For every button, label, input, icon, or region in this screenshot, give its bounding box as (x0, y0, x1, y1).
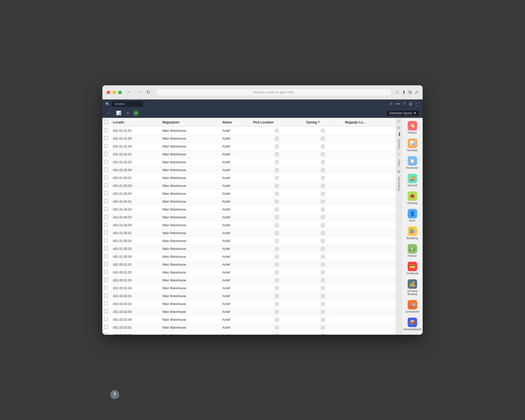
col-locatie[interactable]: Locatie ↑ (110, 118, 160, 127)
preferences-label[interactable]: Preferences (397, 175, 401, 192)
table-row[interactable]: A01.03.02.03Main WarehouseActief✓✓ (102, 308, 396, 316)
sidebar-item-klant[interactable]: 👤Klant (403, 207, 422, 224)
table-row[interactable]: A01.01.03.03Main WarehouseActief✓✓ (102, 182, 396, 190)
menu-icon[interactable]: ≡ (390, 102, 392, 106)
select-all-header[interactable] (102, 118, 110, 127)
row-checkbox[interactable] (104, 191, 108, 195)
user-icon[interactable]: ⬚ (416, 102, 419, 107)
col-pick-location[interactable]: Pick Location (250, 118, 304, 127)
row-checkbox[interactable] (104, 294, 108, 297)
table-row[interactable]: A01.03.01.01Main WarehouseActief✓✓ (102, 261, 396, 269)
bar-chart-icon[interactable]: ▐ (397, 131, 401, 137)
table-row[interactable]: A01.01.01.04Main WarehouseActief✓✓ (102, 143, 396, 150)
gear-icon[interactable]: ⚙ (396, 169, 401, 175)
back-button[interactable]: ← (125, 89, 133, 96)
maximize-button[interactable] (118, 91, 122, 94)
sidebar-item-leverancier[interactable]: 🏭Leverancier (403, 298, 422, 316)
table-row[interactable]: A01.03.02.04Main WarehouseActief✓✓ (102, 316, 396, 324)
minimize-button[interactable] (112, 91, 116, 94)
tabs-icon[interactable]: ⧉ (408, 90, 412, 95)
list-button[interactable]: ≡ (125, 110, 130, 117)
row-checkbox[interactable] (104, 254, 108, 258)
col-opslag[interactable]: Opslag ? (304, 118, 342, 127)
filter-icon[interactable]: ▽ (397, 151, 401, 157)
row-checkbox[interactable] (104, 160, 108, 164)
search-box[interactable]: Zoeken (112, 101, 143, 107)
address-bar[interactable]: Search in web or type URL (155, 88, 392, 96)
forward-button[interactable]: → (135, 89, 143, 96)
row-checkbox[interactable] (104, 246, 108, 250)
expand-icon[interactable]: ⤢ (414, 90, 418, 95)
row-checkbox[interactable] (104, 152, 108, 156)
row-checkbox[interactable] (104, 168, 108, 171)
sidebar-item-product[interactable]: 🏷️Product (403, 119, 422, 136)
col-magazijn-lo[interactable]: Magazijn Lo... (342, 118, 396, 127)
help-icon[interactable]: ? (403, 102, 406, 106)
row-checkbox[interactable] (104, 278, 108, 282)
table-row[interactable]: A01.03.02.02Main WarehouseActief✓✓ (102, 300, 396, 308)
help-button[interactable]: ? (110, 390, 119, 399)
row-checkbox[interactable] (104, 144, 108, 148)
table-row[interactable]: A01.01.01.03Main WarehouseActief✓✓ (102, 135, 396, 143)
row-checkbox[interactable] (104, 215, 108, 219)
bookmark-icon[interactable]: ☆ (395, 90, 399, 95)
row-checkbox[interactable] (104, 286, 108, 290)
row-checkbox[interactable] (104, 239, 108, 242)
row-checkbox[interactable] (104, 309, 108, 313)
table-row[interactable]: A01.01.03.04Main WarehouseActief✓✓ (102, 190, 396, 198)
row-checkbox[interactable] (104, 183, 108, 187)
table-row[interactable]: A01.03.03.02Main WarehouseActief✓✓ (102, 332, 396, 335)
dots-icon[interactable]: ••• (396, 102, 400, 106)
row-checkbox[interactable] (104, 199, 108, 203)
table-row[interactable]: A01.01.02.02Main WarehouseActief✓✓ (102, 158, 396, 166)
table-row[interactable]: A01.01.02.04Main WarehouseActief✓✓ (102, 166, 396, 174)
chart-button[interactable]: 📊 (115, 109, 122, 117)
row-checkbox[interactable] (104, 302, 108, 305)
sidebar-item-omvang-betaling[interactable]: 💰Omvang Betaling (403, 277, 422, 298)
row-checkbox[interactable] (104, 231, 108, 234)
table-row[interactable]: A01.03.01.03Main WarehouseActief✓✓ (102, 276, 396, 284)
table-row[interactable]: A01.01.04.01Main WarehouseActief✓✓ (102, 198, 396, 206)
close-button[interactable] (107, 91, 110, 94)
sidebar-item-inkoopopdracht[interactable]: 📦Inkoopopdracht (403, 316, 422, 333)
table-row[interactable]: A01.03.01.02Main WarehouseActief✓✓ (102, 269, 396, 276)
row-checkbox[interactable] (104, 223, 108, 227)
table-row[interactable]: A01.03.01.04Main WarehouseActief✓✓ (102, 284, 396, 292)
row-checkbox[interactable] (104, 207, 108, 211)
filters-label[interactable]: Filters (397, 158, 401, 168)
select-all-checkbox[interactable] (104, 120, 108, 124)
row-checkbox[interactable] (104, 317, 108, 321)
table-row[interactable]: A01.01.03.01Main WarehouseActief✓✓ (102, 174, 396, 182)
table-row[interactable]: A01.03.03.01Main WarehouseActief✓✓ (102, 324, 396, 332)
row-checkbox[interactable] (104, 333, 108, 335)
refresh-button[interactable]: ↻ (145, 89, 152, 96)
col-magazijnen[interactable]: Magazijnen (160, 118, 220, 127)
row-checkbox[interactable] (104, 176, 108, 179)
share-icon[interactable]: ⬆ (402, 90, 406, 95)
settings-icon[interactable]: ⚙ (409, 102, 412, 107)
sidebar-item-bestelling[interactable]: 🛍️Bestelling (403, 224, 422, 242)
table-row[interactable]: A01.01.04.03Main WarehouseActief✓✓ (102, 213, 396, 221)
row-checkbox[interactable] (104, 128, 108, 132)
sidebar-item-creditnota[interactable]: 💳Creditnota (403, 260, 422, 277)
sidebar-item-ontvang[interactable]: 📥Ontvang (403, 189, 422, 207)
sidebar-item-verzend[interactable]: 🚚Verzend (403, 172, 422, 189)
table-row[interactable]: A01.01.04.02Main WarehouseActief✓✓ (102, 206, 396, 213)
table-row[interactable]: A01.03.02.01Main WarehouseActief✓✓ (102, 292, 396, 300)
table-row[interactable]: A01.01.04.04Main WarehouseActief✓✓ (102, 221, 396, 229)
add-button[interactable]: + (133, 110, 139, 116)
col-status[interactable]: Status (220, 118, 250, 127)
row-checkbox[interactable] (104, 262, 108, 266)
back-nav-button[interactable]: ← (106, 110, 112, 117)
table-container[interactable]: Locatie ↑ Magazijnen Status (102, 118, 396, 335)
table-row[interactable]: A01.01.05.03Main WarehouseActief✓✓ (102, 245, 396, 253)
table-row[interactable]: A01.01.01.01Main WarehouseActief✓✓ (102, 127, 396, 135)
layout-select[interactable]: Selecteer layout ▼ (386, 110, 419, 116)
table-row[interactable]: A01.01.02.01Main WarehouseActief✓✓ (102, 150, 396, 158)
table-row[interactable]: A01.01.05.04Main WarehouseActief✓✓ (102, 253, 396, 261)
table-row[interactable]: A01.01.05.01Main WarehouseActief✓✓ (102, 229, 396, 237)
sidebar-item-home[interactable]: 🏠Home (403, 333, 422, 335)
sidebar-item-factuur[interactable]: 💵Factuur (403, 242, 422, 260)
row-checkbox[interactable] (104, 136, 108, 140)
row-checkbox[interactable] (104, 325, 108, 329)
